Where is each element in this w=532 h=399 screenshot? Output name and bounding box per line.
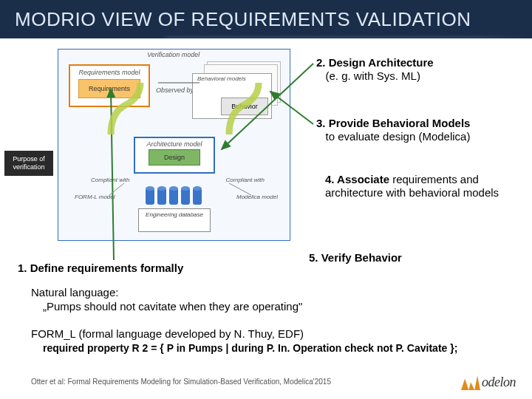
callout-3-bold: 3. Provide Behavioral Models [316, 117, 470, 129]
beh-box-label: Behavioral models [197, 75, 246, 82]
architecture-model-box: Architecture model Design [134, 137, 215, 174]
requirements-model-box: Requirements model Requirements [69, 64, 150, 107]
slide-title: MODRIO VIEW OF REQUIREMENTS VALIDATION [15, 8, 471, 31]
db-cylinders [146, 188, 202, 205]
callout-3-sub: to evaluate design (Modelica) [326, 130, 471, 143]
callout-2-bold: 2. Design Architecture [316, 56, 434, 69]
title-bar: MODRIO VIEW OF REQUIREMENTS VALIDATION [0, 0, 532, 38]
design-inner: Design [149, 149, 200, 166]
behavior-inner: Behavior [221, 98, 268, 115]
cylinder-icon [146, 188, 154, 205]
cylinder-icon [193, 188, 202, 205]
compliant-left-label: Compliant with [91, 177, 129, 183]
modelon-logo-text: odelon [482, 375, 516, 390]
slide-content: Purpose of verification Verification mod… [0, 38, 532, 399]
natural-language-quote: „Pumps should not cavitate when they are… [43, 299, 302, 313]
verification-diagram: Verification model Requirements model Re… [58, 49, 290, 241]
modelon-logo-icon [461, 374, 480, 390]
engineering-db-box: Engineering database [138, 208, 211, 232]
behavioral-models-box: Behavioral models Behavior [192, 73, 272, 119]
citation: Otter et al: Formal Requirements Modelin… [31, 378, 331, 386]
modelon-logo: odelon [461, 374, 516, 390]
forml-code: required property R 2 = { P in Pumps | d… [43, 341, 457, 355]
forml-model-label: FORM-L model [75, 194, 115, 200]
natural-language-heading: Natural language: [31, 285, 118, 299]
callout-4: 4. Associate requirements and architectu… [325, 173, 517, 200]
modelica-model-label: Modelica model [236, 194, 278, 200]
compliant-right-label: Compliant with [226, 177, 265, 183]
forml-heading: FORM_L (formal language developed by N. … [31, 327, 304, 341]
callout-1: 1. Define requirements formally [18, 262, 183, 275]
purpose-badge: Purpose of verification [4, 151, 53, 176]
callout-3: 3. Provide Behavioral Models to evaluate… [316, 117, 523, 143]
callout-2: 2. Design Architecture (e. g. with Sys. … [316, 56, 523, 83]
req-box-label: Requirements model [78, 69, 140, 76]
callout-2-sub: (e. g. with Sys. ML) [326, 69, 420, 82]
callout-5: 5. Verify Behavior [309, 251, 516, 265]
observed-by-label: Observed by [156, 86, 194, 94]
callout-4-bold: 4. Associate [325, 173, 389, 185]
cylinder-icon [157, 188, 166, 205]
cylinder-icon [181, 188, 190, 205]
arch-box-label: Architecture model [146, 140, 202, 148]
requirements-inner: Requirements [78, 79, 140, 98]
diagram-label-verification: Verification model [147, 51, 200, 58]
cylinder-icon [169, 188, 178, 205]
